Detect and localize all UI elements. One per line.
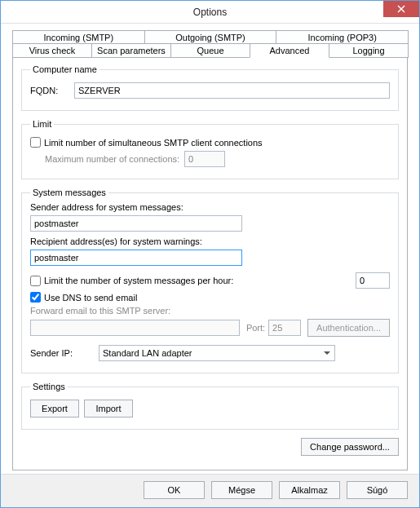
group-settings: Settings Export Import (21, 382, 399, 430)
authentication-button: Authentication... (307, 319, 390, 337)
limit-messages-hour-input[interactable] (356, 272, 390, 289)
group-computer-name: Computer name FQDN: (21, 64, 399, 111)
limit-connections-label: Limit number of simultaneous SMTP client… (44, 138, 263, 148)
import-button[interactable]: Import (84, 400, 133, 417)
sender-address-input[interactable] (30, 215, 242, 232)
limit-messages-hour-label: Limit the number of system messages per … (44, 276, 233, 285)
options-dialog: Options Incoming (SMTP) Outgoing (SMTP) … (0, 0, 420, 508)
use-dns-label: Use DNS to send email (44, 293, 137, 303)
tab-strip: Incoming (SMTP) Outgoing (SMTP) Incoming… (12, 30, 408, 58)
port-input (268, 320, 301, 336)
cancel-button[interactable]: Mégse (211, 481, 272, 499)
close-button[interactable] (383, 1, 419, 17)
forward-smtp-input (30, 320, 240, 336)
fqdn-label: FQDN: (30, 86, 71, 95)
close-icon (397, 5, 405, 13)
limit-connections-checkbox[interactable] (30, 137, 41, 148)
ok-button[interactable]: OK (144, 481, 205, 499)
sender-ip-label: Sender IP: (30, 348, 95, 358)
sender-address-label: Sender address for system messages: (30, 202, 390, 212)
port-label: Port: (246, 323, 265, 333)
help-button[interactable]: Súgó (347, 481, 408, 499)
tab-panel-advanced: Computer name FQDN: Limit Limit number o… (12, 58, 408, 470)
legend-system-messages: System messages (30, 188, 108, 197)
recipient-address-label: Recipient address(es) for system warning… (30, 236, 390, 246)
export-button[interactable]: Export (30, 400, 79, 417)
forward-smtp-label: Forward email to this SMTP server: (30, 306, 390, 316)
window-title: Options (193, 7, 227, 18)
max-connections-label: Maximum number of connections: (45, 154, 179, 164)
tab-advanced[interactable]: Advanced (250, 43, 329, 58)
fqdn-input[interactable] (74, 82, 390, 99)
titlebar: Options (1, 1, 419, 24)
dialog-button-bar: OK Mégse Alkalmaz Súgó (1, 474, 419, 507)
tab-incoming-smtp[interactable]: Incoming (SMTP) (12, 30, 145, 44)
tab-scan-parameters[interactable]: Scan parameters (91, 43, 171, 58)
group-limit: Limit Limit number of simultaneous SMTP … (21, 119, 399, 179)
tab-outgoing-smtp[interactable]: Outgoing (SMTP) (144, 30, 277, 44)
group-system-messages: System messages Sender address for syste… (21, 188, 399, 373)
recipient-address-input[interactable] (30, 250, 242, 266)
limit-messages-hour-checkbox[interactable] (30, 276, 41, 286)
use-dns-checkbox[interactable] (30, 292, 41, 303)
legend-settings: Settings (30, 382, 68, 391)
tab-incoming-pop3[interactable]: Incoming (POP3) (276, 30, 409, 44)
sender-ip-select[interactable]: Standard LAN adapter (99, 345, 335, 361)
tab-queue[interactable]: Queue (170, 43, 250, 58)
content-area: Incoming (SMTP) Outgoing (SMTP) Incoming… (1, 24, 419, 474)
tab-logging[interactable]: Logging (329, 43, 409, 58)
legend-limit: Limit (30, 119, 54, 129)
max-connections-input (184, 151, 225, 167)
apply-button[interactable]: Alkalmaz (279, 481, 340, 499)
tab-virus-check[interactable]: Virus check (12, 43, 92, 58)
legend-computer-name: Computer name (30, 64, 99, 74)
change-password-button[interactable]: Change password... (301, 438, 399, 456)
